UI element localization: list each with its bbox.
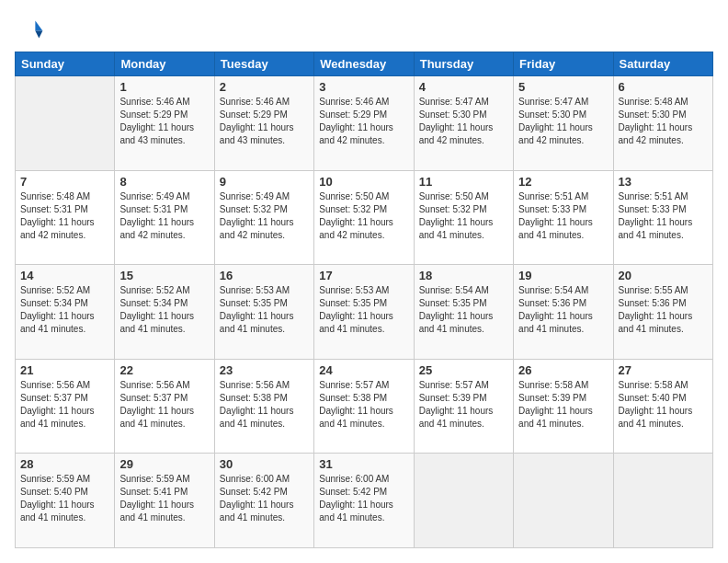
- calendar-cell: 27Sunrise: 5:58 AM Sunset: 5:40 PM Dayli…: [613, 359, 712, 454]
- day-number: 10: [319, 175, 408, 189]
- day-info: Sunrise: 5:57 AM Sunset: 5:38 PM Dayligh…: [319, 379, 408, 431]
- calendar-cell: 29Sunrise: 5:59 AM Sunset: 5:41 PM Dayli…: [115, 454, 214, 548]
- calendar-cell: 13Sunrise: 5:51 AM Sunset: 5:33 PM Dayli…: [613, 170, 712, 265]
- calendar-cell: 2Sunrise: 5:46 AM Sunset: 5:29 PM Daylig…: [214, 76, 313, 171]
- day-number: 25: [419, 363, 508, 377]
- day-info: Sunrise: 5:56 AM Sunset: 5:37 PM Dayligh…: [20, 379, 109, 431]
- day-number: 21: [20, 363, 109, 377]
- day-number: 23: [220, 363, 309, 377]
- calendar-cell: 31Sunrise: 6:00 AM Sunset: 5:42 PM Dayli…: [314, 454, 414, 548]
- day-number: 28: [20, 457, 109, 471]
- column-header-monday: Monday: [115, 52, 214, 76]
- calendar-cell: 25Sunrise: 5:57 AM Sunset: 5:39 PM Dayli…: [414, 359, 513, 454]
- calendar-cell: 22Sunrise: 5:56 AM Sunset: 5:37 PM Dayli…: [115, 359, 214, 454]
- day-info: Sunrise: 5:46 AM Sunset: 5:29 PM Dayligh…: [220, 96, 309, 147]
- day-info: Sunrise: 5:56 AM Sunset: 5:38 PM Dayligh…: [220, 379, 309, 431]
- calendar-cell: 23Sunrise: 5:56 AM Sunset: 5:38 PM Dayli…: [214, 359, 313, 454]
- calendar-week-row: 28Sunrise: 5:59 AM Sunset: 5:40 PM Dayli…: [16, 454, 713, 548]
- day-number: 17: [319, 269, 408, 282]
- day-info: Sunrise: 5:53 AM Sunset: 5:35 PM Dayligh…: [220, 284, 309, 336]
- day-number: 12: [518, 175, 608, 189]
- day-info: Sunrise: 5:52 AM Sunset: 5:34 PM Dayligh…: [20, 284, 109, 336]
- logo-icon: [15, 15, 44, 44]
- calendar-cell: 5Sunrise: 5:47 AM Sunset: 5:30 PM Daylig…: [514, 76, 613, 171]
- calendar-cell: 8Sunrise: 5:49 AM Sunset: 5:31 PM Daylig…: [115, 170, 214, 265]
- page: SundayMondayTuesdayWednesdayThursdayFrid…: [0, 0, 728, 563]
- day-info: Sunrise: 5:56 AM Sunset: 5:37 PM Dayligh…: [119, 379, 209, 431]
- day-number: 2: [220, 80, 309, 94]
- day-info: Sunrise: 5:59 AM Sunset: 5:40 PM Dayligh…: [20, 473, 109, 524]
- day-info: Sunrise: 5:47 AM Sunset: 5:30 PM Dayligh…: [419, 96, 508, 147]
- day-number: 7: [20, 175, 109, 189]
- calendar-cell: [514, 454, 613, 548]
- day-number: 19: [518, 269, 608, 282]
- calendar-cell: 9Sunrise: 5:49 AM Sunset: 5:32 PM Daylig…: [214, 170, 313, 265]
- calendar-cell: 21Sunrise: 5:56 AM Sunset: 5:37 PM Dayli…: [16, 359, 115, 454]
- svg-marker-1: [35, 31, 42, 39]
- calendar-cell: 18Sunrise: 5:54 AM Sunset: 5:35 PM Dayli…: [414, 265, 513, 360]
- day-number: 1: [119, 80, 209, 94]
- calendar-cell: 19Sunrise: 5:54 AM Sunset: 5:36 PM Dayli…: [514, 265, 613, 360]
- day-number: 6: [619, 80, 708, 94]
- column-header-friday: Friday: [514, 52, 613, 76]
- day-number: 27: [619, 363, 708, 377]
- day-number: 4: [419, 80, 508, 94]
- day-info: Sunrise: 6:00 AM Sunset: 5:42 PM Dayligh…: [220, 473, 309, 524]
- calendar-cell: 30Sunrise: 6:00 AM Sunset: 5:42 PM Dayli…: [214, 454, 313, 548]
- day-number: 18: [419, 269, 508, 282]
- day-info: Sunrise: 5:51 AM Sunset: 5:33 PM Dayligh…: [619, 190, 708, 242]
- calendar-cell: [613, 454, 712, 548]
- column-header-saturday: Saturday: [613, 52, 712, 76]
- calendar-cell: [414, 454, 513, 548]
- logo: [15, 15, 48, 44]
- day-number: 9: [220, 175, 309, 189]
- day-info: Sunrise: 5:49 AM Sunset: 5:32 PM Dayligh…: [220, 190, 309, 242]
- day-info: Sunrise: 5:59 AM Sunset: 5:41 PM Dayligh…: [119, 473, 209, 524]
- calendar-cell: 24Sunrise: 5:57 AM Sunset: 5:38 PM Dayli…: [314, 359, 414, 454]
- calendar-cell: 7Sunrise: 5:48 AM Sunset: 5:31 PM Daylig…: [16, 170, 115, 265]
- calendar-cell: 15Sunrise: 5:52 AM Sunset: 5:34 PM Dayli…: [115, 265, 214, 360]
- day-number: 31: [319, 457, 408, 471]
- calendar-cell: 6Sunrise: 5:48 AM Sunset: 5:30 PM Daylig…: [613, 76, 712, 171]
- calendar-header-row: SundayMondayTuesdayWednesdayThursdayFrid…: [16, 52, 713, 76]
- column-header-tuesday: Tuesday: [214, 52, 313, 76]
- day-info: Sunrise: 5:55 AM Sunset: 5:36 PM Dayligh…: [619, 284, 708, 336]
- svg-rect-2: [19, 20, 36, 38]
- calendar-cell: 12Sunrise: 5:51 AM Sunset: 5:33 PM Dayli…: [514, 170, 613, 265]
- day-info: Sunrise: 5:49 AM Sunset: 5:31 PM Dayligh…: [119, 190, 209, 242]
- day-number: 11: [419, 175, 508, 189]
- day-info: Sunrise: 5:54 AM Sunset: 5:36 PM Dayligh…: [518, 284, 608, 336]
- day-info: Sunrise: 5:47 AM Sunset: 5:30 PM Dayligh…: [518, 96, 608, 147]
- day-info: Sunrise: 5:57 AM Sunset: 5:39 PM Dayligh…: [419, 379, 508, 431]
- calendar-cell: 14Sunrise: 5:52 AM Sunset: 5:34 PM Dayli…: [16, 265, 115, 360]
- calendar-cell: 11Sunrise: 5:50 AM Sunset: 5:32 PM Dayli…: [414, 170, 513, 265]
- calendar-cell: [16, 76, 115, 171]
- day-number: 5: [518, 80, 608, 94]
- day-info: Sunrise: 5:48 AM Sunset: 5:31 PM Dayligh…: [20, 190, 109, 242]
- day-info: Sunrise: 5:52 AM Sunset: 5:34 PM Dayligh…: [119, 284, 209, 336]
- day-info: Sunrise: 5:58 AM Sunset: 5:39 PM Dayligh…: [518, 379, 608, 431]
- svg-marker-0: [35, 20, 42, 30]
- calendar-cell: 26Sunrise: 5:58 AM Sunset: 5:39 PM Dayli…: [514, 359, 613, 454]
- calendar-cell: 28Sunrise: 5:59 AM Sunset: 5:40 PM Dayli…: [16, 454, 115, 548]
- day-number: 30: [220, 457, 309, 471]
- day-info: Sunrise: 5:53 AM Sunset: 5:35 PM Dayligh…: [319, 284, 408, 336]
- column-header-wednesday: Wednesday: [314, 52, 414, 76]
- day-info: Sunrise: 5:50 AM Sunset: 5:32 PM Dayligh…: [319, 190, 408, 242]
- calendar-table: SundayMondayTuesdayWednesdayThursdayFrid…: [15, 52, 713, 548]
- day-number: 13: [619, 175, 708, 189]
- day-info: Sunrise: 5:46 AM Sunset: 5:29 PM Dayligh…: [119, 96, 209, 147]
- day-info: Sunrise: 5:48 AM Sunset: 5:30 PM Dayligh…: [619, 96, 708, 147]
- calendar-cell: 1Sunrise: 5:46 AM Sunset: 5:29 PM Daylig…: [115, 76, 214, 171]
- calendar-cell: 17Sunrise: 5:53 AM Sunset: 5:35 PM Dayli…: [314, 265, 414, 360]
- calendar-week-row: 7Sunrise: 5:48 AM Sunset: 5:31 PM Daylig…: [16, 170, 713, 265]
- day-number: 29: [119, 457, 209, 471]
- day-number: 20: [619, 269, 708, 282]
- header: [15, 15, 713, 44]
- calendar-week-row: 14Sunrise: 5:52 AM Sunset: 5:34 PM Dayli…: [16, 265, 713, 360]
- calendar-cell: 16Sunrise: 5:53 AM Sunset: 5:35 PM Dayli…: [214, 265, 313, 360]
- calendar-cell: 20Sunrise: 5:55 AM Sunset: 5:36 PM Dayli…: [613, 265, 712, 360]
- day-number: 26: [518, 363, 608, 377]
- day-number: 16: [220, 269, 309, 282]
- day-info: Sunrise: 5:50 AM Sunset: 5:32 PM Dayligh…: [419, 190, 508, 242]
